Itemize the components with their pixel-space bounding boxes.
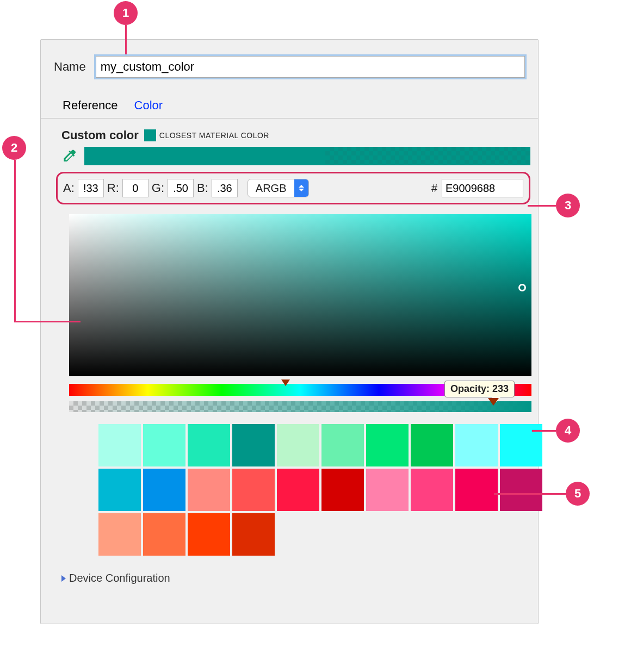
annotation-5: 5 xyxy=(566,482,590,506)
annotation-line xyxy=(528,205,556,207)
palette-swatch[interactable] xyxy=(188,513,230,556)
divider xyxy=(41,118,538,119)
alpha-label: A: xyxy=(63,181,75,195)
device-configuration-expander[interactable]: Device Configuration xyxy=(61,572,530,584)
red-input[interactable] xyxy=(122,179,149,197)
palette-swatch[interactable] xyxy=(232,469,275,511)
palette-swatch[interactable] xyxy=(321,469,364,511)
annotation-line xyxy=(532,430,556,432)
palette-swatch[interactable] xyxy=(366,469,409,511)
annotation-4: 4 xyxy=(556,419,580,443)
palette-swatch[interactable] xyxy=(411,469,453,511)
palette-swatch[interactable] xyxy=(500,469,542,511)
palette-swatch[interactable] xyxy=(188,424,230,466)
material-palette xyxy=(98,424,530,556)
annotation-line xyxy=(14,160,16,321)
chevron-right-icon xyxy=(61,575,66,582)
palette-swatch[interactable] xyxy=(321,424,364,466)
palette-swatch[interactable] xyxy=(143,513,185,556)
current-color-row xyxy=(61,147,530,165)
palette-swatch[interactable] xyxy=(411,424,453,466)
palette-swatch[interactable] xyxy=(232,424,275,466)
blue-input[interactable] xyxy=(212,179,238,197)
annotation-line xyxy=(125,25,127,54)
color-picker-panel: Name Reference Color Custom color CLOSES… xyxy=(40,39,539,624)
hue-slider-handle[interactable] xyxy=(281,379,290,386)
blue-label: B: xyxy=(197,181,208,195)
sv-handle[interactable] xyxy=(518,284,526,291)
eyedropper-icon[interactable] xyxy=(61,148,78,164)
opacity-tooltip: Opacity: 233 xyxy=(444,381,515,397)
annotation-3: 3 xyxy=(556,194,580,217)
hex-input[interactable] xyxy=(442,179,523,197)
annotation-2: 2 xyxy=(2,136,26,160)
section-title: Custom color xyxy=(61,128,139,142)
green-input[interactable] xyxy=(168,179,194,197)
tab-reference[interactable]: Reference xyxy=(63,98,118,113)
palette-swatch[interactable] xyxy=(455,469,498,511)
annotation-1: 1 xyxy=(114,1,138,25)
current-color-swatch[interactable] xyxy=(84,147,530,165)
tabs: Reference Color xyxy=(63,98,530,113)
stepper-icon xyxy=(294,179,308,197)
closest-material-label: CLOSEST MATERIAL COLOR xyxy=(159,131,269,140)
palette-swatch[interactable] xyxy=(98,424,141,466)
name-label: Name xyxy=(54,60,86,74)
opacity-slider[interactable]: Opacity: 233 xyxy=(69,401,531,412)
palette-swatch[interactable] xyxy=(366,424,409,466)
hex-prefix: # xyxy=(431,182,437,195)
palette-swatch[interactable] xyxy=(277,424,319,466)
annotation-line xyxy=(14,321,81,322)
hex-wrap: # xyxy=(431,179,523,197)
color-mode-value: ARGB xyxy=(248,182,294,195)
opacity-slider-handle[interactable] xyxy=(488,398,499,406)
custom-color-header: Custom color CLOSEST MATERIAL COLOR xyxy=(61,128,530,142)
palette-swatch[interactable] xyxy=(143,469,185,511)
palette-swatch[interactable] xyxy=(143,424,185,466)
palette-swatch[interactable] xyxy=(277,469,319,511)
tab-color[interactable]: Color xyxy=(134,98,163,113)
closest-material-swatch[interactable] xyxy=(144,129,156,141)
palette-swatch[interactable] xyxy=(98,469,141,511)
palette-swatch[interactable] xyxy=(232,513,275,556)
name-input[interactable] xyxy=(96,56,525,78)
green-label: G: xyxy=(152,181,164,195)
argb-row: A: R: G: B: ARGB # xyxy=(56,172,530,204)
saturation-value-field[interactable] xyxy=(69,214,531,376)
alpha-input[interactable] xyxy=(78,179,104,197)
red-label: R: xyxy=(107,181,119,195)
annotation-line xyxy=(494,493,566,495)
color-mode-select[interactable]: ARGB xyxy=(248,179,309,197)
palette-swatch[interactable] xyxy=(188,469,230,511)
name-row: Name xyxy=(54,56,525,78)
palette-swatch[interactable] xyxy=(98,513,141,556)
palette-swatch[interactable] xyxy=(455,424,498,466)
device-config-label: Device Configuration xyxy=(69,572,170,584)
